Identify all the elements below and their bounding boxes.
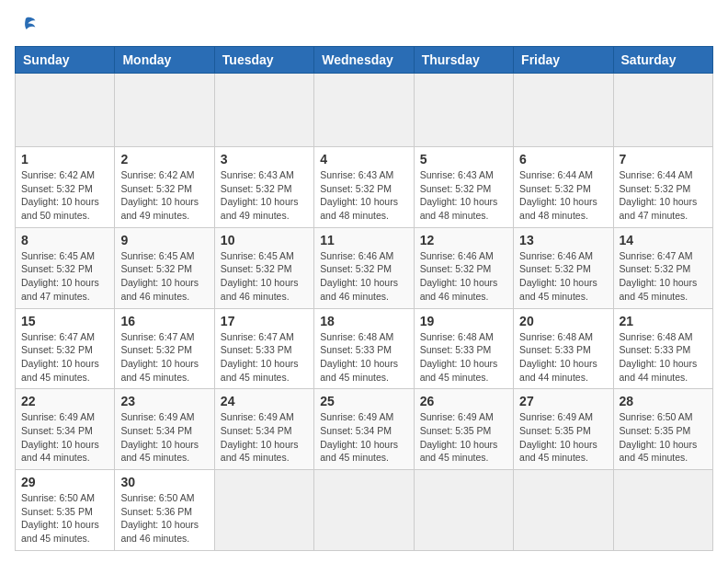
- cell-info: Sunrise: 6:43 AM Sunset: 5:32 PM Dayligh…: [221, 168, 308, 223]
- calendar-week-row: 22Sunrise: 6:49 AM Sunset: 5:34 PM Dayli…: [16, 389, 713, 470]
- cell-info: Sunrise: 6:45 AM Sunset: 5:32 PM Dayligh…: [21, 249, 108, 304]
- cell-info: Sunrise: 6:48 AM Sunset: 5:33 PM Dayligh…: [519, 330, 607, 385]
- cell-info: Sunrise: 6:46 AM Sunset: 5:32 PM Dayligh…: [519, 249, 607, 304]
- calendar-cell: 5Sunrise: 6:43 AM Sunset: 5:32 PM Daylig…: [414, 147, 513, 228]
- calendar-week-row: [16, 74, 713, 147]
- calendar-cell: 30Sunrise: 6:50 AM Sunset: 5:36 PM Dayli…: [115, 470, 214, 551]
- weekday-header-monday: Monday: [115, 47, 214, 74]
- cell-info: Sunrise: 6:47 AM Sunset: 5:32 PM Dayligh…: [120, 330, 208, 385]
- calendar-cell: 16Sunrise: 6:47 AM Sunset: 5:32 PM Dayli…: [115, 308, 214, 389]
- cell-info: Sunrise: 6:50 AM Sunset: 5:35 PM Dayligh…: [21, 491, 108, 546]
- day-number: 10: [221, 233, 308, 247]
- calendar-cell: [514, 74, 613, 147]
- logo: [15, 15, 40, 37]
- calendar-cell: [514, 470, 613, 551]
- day-number: 2: [120, 152, 208, 167]
- day-number: 28: [620, 394, 707, 408]
- calendar-cell: [613, 74, 712, 147]
- cell-info: Sunrise: 6:47 AM Sunset: 5:33 PM Dayligh…: [221, 330, 308, 385]
- calendar-cell: 17Sunrise: 6:47 AM Sunset: 5:33 PM Dayli…: [214, 308, 313, 389]
- cell-info: Sunrise: 6:46 AM Sunset: 5:32 PM Dayligh…: [420, 249, 507, 304]
- bird-icon: [15, 15, 37, 37]
- calendar-cell: 8Sunrise: 6:45 AM Sunset: 5:32 PM Daylig…: [16, 227, 115, 308]
- calendar-cell: [613, 470, 712, 551]
- calendar-cell: 14Sunrise: 6:47 AM Sunset: 5:32 PM Dayli…: [613, 227, 712, 308]
- cell-info: Sunrise: 6:45 AM Sunset: 5:32 PM Dayligh…: [221, 249, 308, 304]
- calendar-cell: [214, 74, 313, 147]
- calendar-cell: [314, 470, 414, 551]
- cell-info: Sunrise: 6:48 AM Sunset: 5:33 PM Dayligh…: [420, 330, 507, 385]
- calendar-week-row: 15Sunrise: 6:47 AM Sunset: 5:32 PM Dayli…: [16, 308, 713, 389]
- calendar-cell: 23Sunrise: 6:49 AM Sunset: 5:34 PM Dayli…: [115, 389, 214, 470]
- calendar-cell: [314, 74, 414, 147]
- calendar-cell: 18Sunrise: 6:48 AM Sunset: 5:33 PM Dayli…: [314, 308, 414, 389]
- day-number: 12: [420, 233, 507, 247]
- calendar-week-row: 8Sunrise: 6:45 AM Sunset: 5:32 PM Daylig…: [16, 227, 713, 308]
- day-number: 22: [21, 394, 108, 408]
- cell-info: Sunrise: 6:44 AM Sunset: 5:32 PM Dayligh…: [620, 168, 707, 223]
- weekday-header-wednesday: Wednesday: [314, 47, 414, 74]
- calendar-header: [15, 15, 713, 37]
- cell-info: Sunrise: 6:48 AM Sunset: 5:33 PM Dayligh…: [320, 330, 407, 385]
- day-number: 9: [120, 233, 208, 247]
- cell-info: Sunrise: 6:49 AM Sunset: 5:35 PM Dayligh…: [519, 410, 607, 465]
- cell-info: Sunrise: 6:50 AM Sunset: 5:36 PM Dayligh…: [120, 491, 208, 546]
- calendar-cell: 12Sunrise: 6:46 AM Sunset: 5:32 PM Dayli…: [414, 227, 513, 308]
- calendar-cell: 21Sunrise: 6:48 AM Sunset: 5:33 PM Dayli…: [613, 308, 712, 389]
- calendar-cell: [115, 74, 214, 147]
- weekday-header-sunday: Sunday: [16, 47, 115, 74]
- calendar-cell: 11Sunrise: 6:46 AM Sunset: 5:32 PM Dayli…: [314, 227, 414, 308]
- cell-info: Sunrise: 6:46 AM Sunset: 5:32 PM Dayligh…: [320, 249, 407, 304]
- day-number: 17: [221, 314, 308, 328]
- day-number: 6: [519, 152, 607, 167]
- calendar-cell: 29Sunrise: 6:50 AM Sunset: 5:35 PM Dayli…: [16, 470, 115, 551]
- calendar-cell: 6Sunrise: 6:44 AM Sunset: 5:32 PM Daylig…: [514, 147, 613, 228]
- day-number: 11: [320, 233, 407, 247]
- calendar-week-row: 29Sunrise: 6:50 AM Sunset: 5:35 PM Dayli…: [16, 470, 713, 551]
- day-number: 5: [420, 152, 507, 167]
- day-number: 18: [320, 314, 407, 328]
- cell-info: Sunrise: 6:49 AM Sunset: 5:34 PM Dayligh…: [21, 410, 108, 465]
- weekday-header-saturday: Saturday: [613, 47, 712, 74]
- cell-info: Sunrise: 6:45 AM Sunset: 5:32 PM Dayligh…: [120, 249, 208, 304]
- day-number: 13: [519, 233, 607, 247]
- calendar-cell: 27Sunrise: 6:49 AM Sunset: 5:35 PM Dayli…: [514, 389, 613, 470]
- cell-info: Sunrise: 6:49 AM Sunset: 5:34 PM Dayligh…: [221, 410, 308, 465]
- calendar-header-row: SundayMondayTuesdayWednesdayThursdayFrid…: [16, 47, 713, 74]
- day-number: 24: [221, 394, 308, 408]
- cell-info: Sunrise: 6:48 AM Sunset: 5:33 PM Dayligh…: [620, 330, 707, 385]
- day-number: 25: [320, 394, 407, 408]
- day-number: 27: [519, 394, 607, 408]
- calendar-cell: 9Sunrise: 6:45 AM Sunset: 5:32 PM Daylig…: [115, 227, 214, 308]
- calendar-cell: [414, 74, 513, 147]
- day-number: 1: [21, 152, 108, 167]
- calendar-cell: 28Sunrise: 6:50 AM Sunset: 5:35 PM Dayli…: [613, 389, 712, 470]
- cell-info: Sunrise: 6:47 AM Sunset: 5:32 PM Dayligh…: [620, 249, 707, 304]
- day-number: 19: [420, 314, 507, 328]
- calendar-cell: 25Sunrise: 6:49 AM Sunset: 5:34 PM Dayli…: [314, 389, 414, 470]
- calendar-cell: 4Sunrise: 6:43 AM Sunset: 5:32 PM Daylig…: [314, 147, 414, 228]
- day-number: 14: [620, 233, 707, 247]
- day-number: 7: [620, 152, 707, 167]
- calendar-cell: 2Sunrise: 6:42 AM Sunset: 5:32 PM Daylig…: [115, 147, 214, 228]
- calendar-cell: 13Sunrise: 6:46 AM Sunset: 5:32 PM Dayli…: [514, 227, 613, 308]
- calendar-cell: [414, 470, 513, 551]
- calendar-cell: [16, 74, 115, 147]
- day-number: 26: [420, 394, 507, 408]
- calendar-table: SundayMondayTuesdayWednesdayThursdayFrid…: [15, 46, 713, 551]
- calendar-cell: 22Sunrise: 6:49 AM Sunset: 5:34 PM Dayli…: [16, 389, 115, 470]
- day-number: 16: [120, 314, 208, 328]
- calendar-cell: 15Sunrise: 6:47 AM Sunset: 5:32 PM Dayli…: [16, 308, 115, 389]
- cell-info: Sunrise: 6:47 AM Sunset: 5:32 PM Dayligh…: [21, 330, 108, 385]
- calendar-week-row: 1Sunrise: 6:42 AM Sunset: 5:32 PM Daylig…: [16, 147, 713, 228]
- cell-info: Sunrise: 6:49 AM Sunset: 5:34 PM Dayligh…: [320, 410, 407, 465]
- day-number: 8: [21, 233, 108, 247]
- cell-info: Sunrise: 6:49 AM Sunset: 5:34 PM Dayligh…: [120, 410, 208, 465]
- calendar-cell: 24Sunrise: 6:49 AM Sunset: 5:34 PM Dayli…: [214, 389, 313, 470]
- cell-info: Sunrise: 6:43 AM Sunset: 5:32 PM Dayligh…: [420, 168, 507, 223]
- weekday-header-friday: Friday: [514, 47, 613, 74]
- calendar-cell: 1Sunrise: 6:42 AM Sunset: 5:32 PM Daylig…: [16, 147, 115, 228]
- day-number: 30: [120, 475, 208, 489]
- cell-info: Sunrise: 6:43 AM Sunset: 5:32 PM Dayligh…: [320, 168, 407, 223]
- cell-info: Sunrise: 6:44 AM Sunset: 5:32 PM Dayligh…: [519, 168, 607, 223]
